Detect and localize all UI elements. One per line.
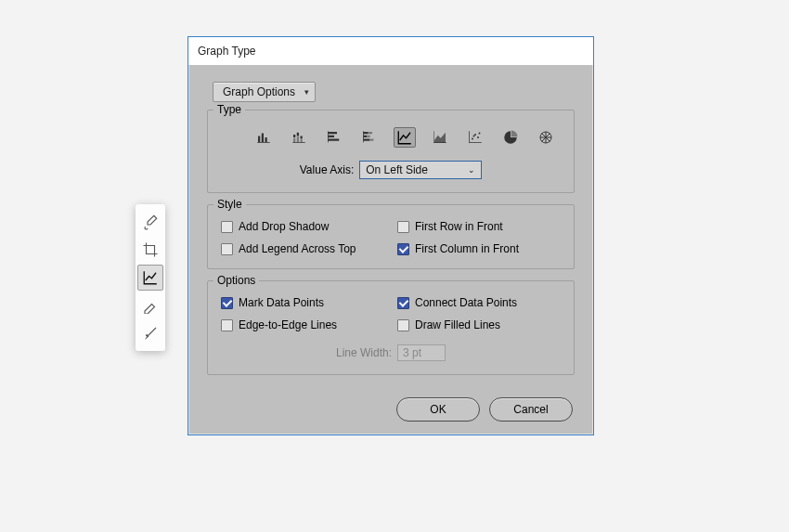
radar-graph-icon[interactable] xyxy=(535,127,557,148)
svg-rect-4 xyxy=(293,135,295,137)
dialog-title: Graph Type xyxy=(198,45,255,58)
first-row-in-front-checkbox[interactable]: First Row in Front xyxy=(397,220,561,233)
svg-rect-9 xyxy=(301,139,303,142)
svg-rect-14 xyxy=(328,131,329,142)
svg-rect-2 xyxy=(265,137,267,142)
pie-graph-icon[interactable] xyxy=(499,127,522,148)
checkbox-icon xyxy=(221,243,233,255)
checkbox-label: Add Drop Shadow xyxy=(239,220,329,233)
svg-rect-13 xyxy=(328,139,339,141)
checkbox-icon xyxy=(397,243,409,255)
checkbox-label: First Row in Front xyxy=(415,220,503,233)
svg-rect-23 xyxy=(469,131,470,143)
svg-point-29 xyxy=(473,136,475,137)
type-legend: Type xyxy=(213,103,245,116)
cancel-button[interactable]: Cancel xyxy=(489,397,573,422)
checkbox-label: Edge-to-Edge Lines xyxy=(239,318,337,331)
graph-type-dialog: Graph Type Graph Options ▾ Type xyxy=(188,36,594,435)
checkbox-icon xyxy=(397,297,409,309)
chevron-down-icon: ▾ xyxy=(304,87,309,97)
value-axis-select[interactable]: On Left Side ⌄ xyxy=(359,161,482,179)
value-axis-label: Value Axis: xyxy=(300,163,354,176)
add-legend-across-top-checkbox[interactable]: Add Legend Across Top xyxy=(221,242,397,255)
bar-graph-icon[interactable] xyxy=(323,127,345,148)
ok-button[interactable]: OK xyxy=(396,397,480,422)
tool-line-graph[interactable] xyxy=(137,265,163,291)
column-graph-icon[interactable] xyxy=(252,127,275,148)
graph-options-dropdown[interactable]: Graph Options ▾ xyxy=(213,82,316,102)
chevron-down-icon: ⌄ xyxy=(468,165,475,175)
svg-rect-7 xyxy=(297,136,299,142)
checkbox-label: Add Legend Across Top xyxy=(239,242,356,255)
stacked-bar-graph-icon[interactable] xyxy=(358,127,381,148)
svg-rect-12 xyxy=(328,136,334,137)
checkbox-label: Mark Data Points xyxy=(239,296,324,309)
stacked-column-graph-icon[interactable] xyxy=(288,127,310,148)
graph-type-icon-row xyxy=(252,127,561,148)
value-axis-row: Value Axis: On Left Side ⌄ xyxy=(221,161,561,179)
tool-slice[interactable] xyxy=(137,292,163,318)
svg-rect-18 xyxy=(367,136,370,137)
checkbox-icon xyxy=(397,221,409,233)
options-legend: Options xyxy=(213,274,259,287)
svg-point-25 xyxy=(472,138,473,140)
graph-options-label: Graph Options xyxy=(223,85,295,98)
mark-data-points-checkbox[interactable]: Mark Data Points xyxy=(221,296,397,309)
svg-rect-1 xyxy=(262,134,264,143)
svg-rect-0 xyxy=(258,136,260,143)
svg-rect-11 xyxy=(328,132,337,134)
dialog-body: Graph Options ▾ Type xyxy=(188,65,593,435)
tool-eyedropper[interactable] xyxy=(137,209,163,235)
area-graph-icon[interactable] xyxy=(429,127,451,148)
svg-rect-8 xyxy=(301,136,303,139)
svg-rect-10 xyxy=(292,142,305,143)
svg-rect-20 xyxy=(369,139,374,141)
checkbox-label: Draw Filled Lines xyxy=(415,318,500,331)
tool-palette xyxy=(136,204,165,351)
line-width-input: 3 pt xyxy=(397,344,446,361)
svg-point-27 xyxy=(477,136,479,138)
svg-rect-15 xyxy=(363,132,368,134)
draw-filled-lines-checkbox[interactable]: Draw Filled Lines xyxy=(397,318,561,331)
options-fieldset: Options Mark Data Points Connect Data Po… xyxy=(207,280,575,375)
style-legend: Style xyxy=(213,198,246,211)
svg-rect-21 xyxy=(363,131,364,142)
scatter-graph-icon[interactable] xyxy=(464,127,486,148)
checkbox-icon xyxy=(221,297,233,309)
svg-rect-16 xyxy=(369,132,373,134)
checkbox-icon xyxy=(397,319,409,331)
svg-rect-22 xyxy=(433,142,446,143)
checkbox-icon xyxy=(221,319,233,331)
dialog-button-row: OK Cancel xyxy=(207,397,573,422)
svg-rect-6 xyxy=(297,133,299,136)
connect-data-points-checkbox[interactable]: Connect Data Points xyxy=(397,296,561,309)
line-width-row: Line Width: 3 pt xyxy=(221,344,561,361)
line-width-label: Line Width: xyxy=(336,346,392,359)
svg-rect-19 xyxy=(363,139,369,141)
first-column-in-front-checkbox[interactable]: First Column in Front xyxy=(397,242,561,255)
add-drop-shadow-checkbox[interactable]: Add Drop Shadow xyxy=(221,220,397,233)
style-fieldset: Style Add Drop Shadow First Row in Front… xyxy=(207,204,575,269)
svg-point-26 xyxy=(474,134,476,136)
value-axis-value: On Left Side xyxy=(366,163,428,176)
line-graph-icon[interactable] xyxy=(394,127,416,148)
checkbox-icon xyxy=(221,221,233,233)
svg-point-28 xyxy=(479,133,481,135)
edge-to-edge-lines-checkbox[interactable]: Edge-to-Edge Lines xyxy=(221,318,397,331)
tool-crop[interactable] xyxy=(137,237,163,263)
svg-rect-24 xyxy=(469,142,482,143)
svg-rect-5 xyxy=(293,138,295,143)
tool-brush[interactable] xyxy=(137,320,163,346)
checkbox-label: Connect Data Points xyxy=(415,296,517,309)
svg-rect-3 xyxy=(257,142,270,143)
type-fieldset: Type xyxy=(207,110,575,193)
checkbox-label: First Column in Front xyxy=(415,242,519,255)
dialog-title-bar: Graph Type xyxy=(188,37,593,65)
